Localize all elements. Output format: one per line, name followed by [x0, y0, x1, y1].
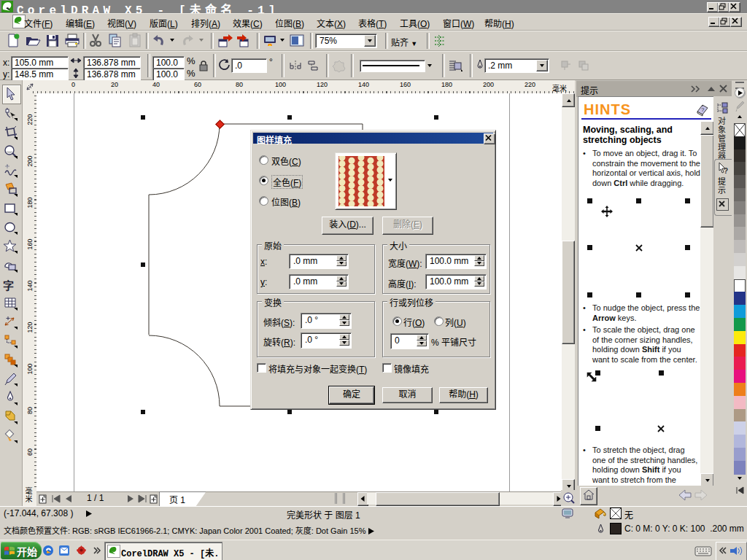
svg-text:?: ?: [701, 106, 705, 113]
svg-text:?: ?: [724, 167, 728, 175]
